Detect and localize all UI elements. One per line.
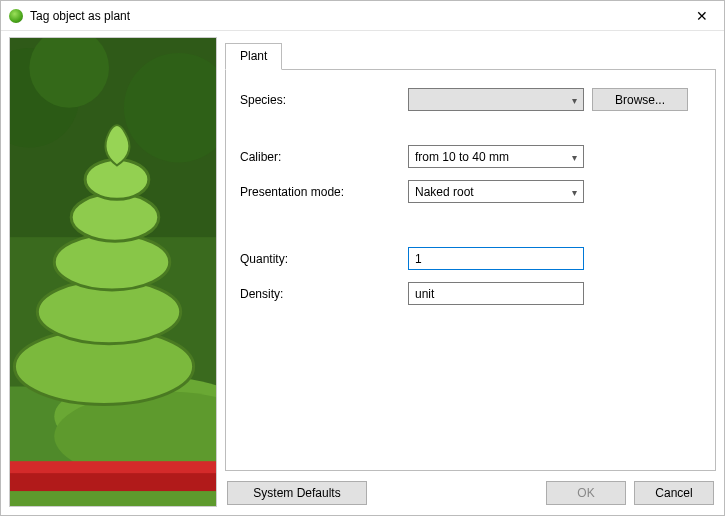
browse-button[interactable]: Browse... xyxy=(592,88,688,111)
form-panel: Plant Species: ▾ Browse... Caliber: from… xyxy=(225,37,716,507)
caliber-dropdown[interactable]: from 10 to 40 mm ▾ xyxy=(408,145,584,168)
species-dropdown[interactable]: ▾ xyxy=(408,88,584,111)
chevron-down-icon: ▾ xyxy=(572,186,577,197)
quantity-input[interactable]: 1 xyxy=(408,247,584,270)
caliber-label: Caliber: xyxy=(240,150,400,164)
quantity-label: Quantity: xyxy=(240,252,400,266)
species-label: Species: xyxy=(240,93,400,107)
close-icon: ✕ xyxy=(696,9,708,23)
system-defaults-button[interactable]: System Defaults xyxy=(227,481,367,505)
density-value: unit xyxy=(415,287,434,301)
dialog-body: Plant Species: ▾ Browse... Caliber: from… xyxy=(1,31,724,515)
row-species: Species: ▾ Browse... xyxy=(240,88,701,111)
window-title: Tag object as plant xyxy=(30,9,680,23)
dialog-window: Tag object as plant ✕ xyxy=(0,0,725,516)
row-density: Density: unit xyxy=(240,282,701,305)
quantity-value: 1 xyxy=(415,252,422,266)
row-presentation: Presentation mode: Naked root ▾ xyxy=(240,180,701,203)
row-caliber: Caliber: from 10 to 40 mm ▾ xyxy=(240,145,701,168)
chevron-down-icon: ▾ xyxy=(572,94,577,105)
preview-image xyxy=(9,37,217,507)
cancel-button[interactable]: Cancel xyxy=(634,481,714,505)
tab-strip: Plant xyxy=(225,43,716,70)
caliber-value: from 10 to 40 mm xyxy=(415,150,509,164)
form-area: Species: ▾ Browse... Caliber: from 10 to… xyxy=(225,70,716,471)
dialog-footer: System Defaults OK Cancel xyxy=(225,471,716,507)
close-button[interactable]: ✕ xyxy=(680,1,724,30)
tab-plant[interactable]: Plant xyxy=(225,43,282,70)
presentation-dropdown[interactable]: Naked root ▾ xyxy=(408,180,584,203)
presentation-label: Presentation mode: xyxy=(240,185,400,199)
app-icon xyxy=(9,9,23,23)
titlebar: Tag object as plant ✕ xyxy=(1,1,724,31)
ok-button[interactable]: OK xyxy=(546,481,626,505)
row-quantity: Quantity: 1 xyxy=(240,247,701,270)
chevron-down-icon: ▾ xyxy=(572,151,577,162)
density-input[interactable]: unit xyxy=(408,282,584,305)
svg-rect-19 xyxy=(10,461,216,473)
svg-rect-20 xyxy=(10,491,216,506)
presentation-value: Naked root xyxy=(415,185,474,199)
density-label: Density: xyxy=(240,287,400,301)
